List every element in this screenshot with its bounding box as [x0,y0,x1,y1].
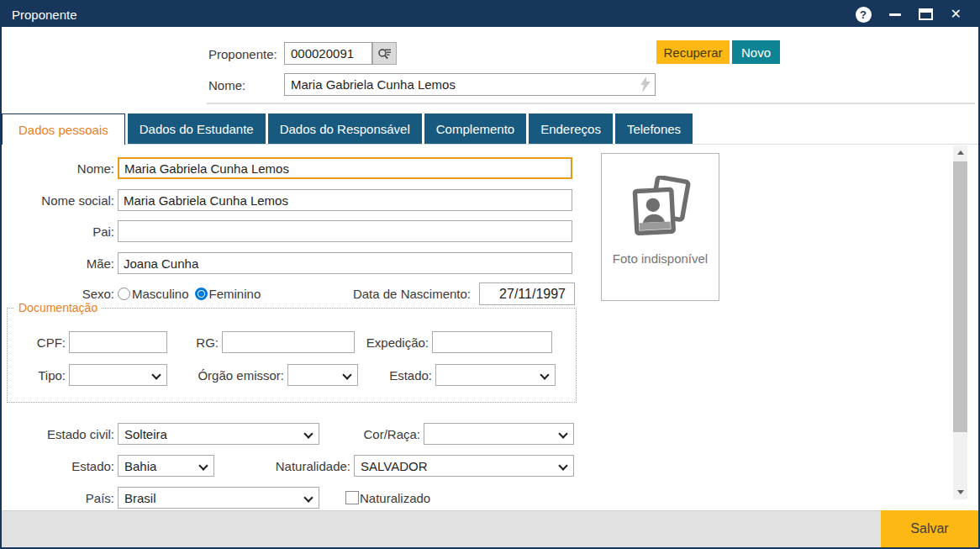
header-nome-label: Nome: [208,78,245,92]
estado-civil-select[interactable]: Solteira [118,423,319,445]
estado-civil-label: Estado civil: [2,427,118,441]
triangle-up-icon [957,150,964,155]
dados-pessoais-panel: Nome: Nome social: Pai: Mãe: Sexo: Mascu… [2,145,978,510]
radio-feminino[interactable] [195,288,208,300]
pais-select[interactable]: Brasil [118,487,319,509]
tab-dados-pessoais[interactable]: Dados pessoais [2,113,125,145]
cpf-label: CPF: [8,335,69,350]
tab-complemento[interactable]: Complemento [424,113,526,144]
naturalizado-label: Naturalizado [360,491,430,505]
estado-civil-row: Estado civil: Solteira Cor/Raça: [2,423,575,445]
tab-dados-do-responsavel[interactable]: Dados do Responsável [268,113,422,144]
pais-value: Brasil [124,491,156,505]
pais-label: País: [2,491,118,505]
sexo-radio-group: Masculino Feminino [118,287,266,301]
scroll-down-button[interactable] [953,485,967,499]
estado-doc-label: Estado: [358,368,435,383]
maximize-icon[interactable] [919,8,933,20]
orgao-emissor-select[interactable] [287,364,358,386]
orgao-emissor-label: Órgão emissor: [167,368,287,383]
footer-bar: Salvar [2,510,978,547]
header-separator [207,103,975,104]
tipo-label: Tipo: [8,368,69,383]
documentacao-legend: Documentação [14,301,102,314]
lightning-icon [640,77,651,92]
chevron-down-icon [198,461,208,470]
photo-placeholder: Foto indisponível [601,153,719,301]
lookup-button[interactable] [372,42,397,65]
naturalidade-select[interactable]: SALVADOR [354,455,574,477]
photo-caption: Foto indisponível [613,251,708,266]
tab-dados-do-estudante[interactable]: Dados do Estudante [128,113,266,144]
salvar-button[interactable]: Salvar [881,510,978,547]
cor-raca-label: Cor/Raça: [319,427,424,441]
proponente-window: Proponente ? ✕ Proponente: Recuperar Nov… [0,0,980,549]
estado-select[interactable]: Bahia [118,455,214,477]
radio-feminino-label: Feminino [209,287,261,301]
chevron-down-icon [342,370,351,379]
pai-input[interactable] [118,220,572,242]
mae-input[interactable] [118,252,572,274]
chevron-down-icon [303,429,313,438]
estado-row: Estado: Bahia Naturalidade: SALVADOR [2,455,575,477]
vertical-scrollbar[interactable] [953,145,967,499]
documentacao-row-2: Tipo: Órgão emissor: Estado: [8,364,556,386]
photo-icon [629,176,693,240]
nome-social-input[interactable] [118,189,572,211]
nome-social-label: Nome social: [2,193,118,208]
data-nascimento-input[interactable] [479,282,575,305]
documentacao-row-1: CPF: RG: Expedição: [8,331,552,353]
nome-label: Nome: [2,161,118,176]
novo-button[interactable]: Novo [732,40,780,64]
scroll-up-button[interactable] [953,145,967,160]
radio-masculino[interactable] [118,288,130,300]
nome-input[interactable] [118,157,572,179]
titlebar: Proponente ? ✕ [2,2,978,27]
chevron-down-icon [303,493,313,502]
sexo-label: Sexo: [2,287,118,301]
scrollbar-thumb[interactable] [953,161,967,432]
window-controls: ? ✕ [856,7,968,23]
naturalizado-checkbox[interactable] [345,491,359,504]
mae-label: Mãe: [2,256,118,271]
search-list-icon [377,47,392,61]
tipo-select[interactable] [69,364,167,386]
estado-civil-value: Solteira [124,427,167,441]
data-nascimento-group: Data de Nascimento: [353,282,575,305]
close-icon[interactable]: ✕ [951,8,962,21]
estado-value: Bahia [124,459,156,473]
tab-enderecos[interactable]: Endereços [529,113,613,144]
documentacao-fieldset: Documentação CPF: RG: Expedição: Tipo: Ó… [7,308,577,403]
chevron-down-icon [558,461,567,470]
header-nome-field [284,73,656,96]
rg-label: RG: [167,335,222,350]
naturalidade-label: Naturalidade: [214,459,354,473]
data-nascimento-label: Data de Nascimento: [353,287,471,301]
window-title: Proponente [12,8,77,22]
proponente-label: Proponente: [208,47,277,61]
naturalidade-value: SALVADOR [361,459,427,473]
cor-raca-select[interactable] [424,423,574,445]
nome-social-row: Nome social: [2,189,575,211]
help-icon[interactable]: ? [856,7,872,23]
estado-doc-select[interactable] [435,364,556,386]
chevron-down-icon [558,429,567,438]
header-form: Proponente: Recuperar Novo Nome: [2,27,978,113]
expedicao-label: Expedição: [355,335,432,350]
triangle-down-icon [957,490,964,494]
proponente-input[interactable] [284,42,372,65]
radio-masculino-label: Masculino [132,287,189,301]
expedicao-input[interactable] [432,331,552,353]
header-nome-input[interactable] [284,73,656,96]
minimize-icon[interactable] [889,13,901,16]
rg-input[interactable] [222,331,355,353]
mae-row: Mãe: [2,252,575,274]
tab-telefones[interactable]: Telefones [615,113,693,144]
pai-label: Pai: [2,224,118,239]
pai-row: Pai: [2,220,575,242]
chevron-down-icon [151,370,161,379]
cpf-input[interactable] [69,331,167,353]
tabbar: Dados pessoais Dados do Estudante Dados … [2,113,978,145]
recuperar-button[interactable]: Recuperar [656,40,730,64]
nome-row: Nome: [2,157,575,179]
